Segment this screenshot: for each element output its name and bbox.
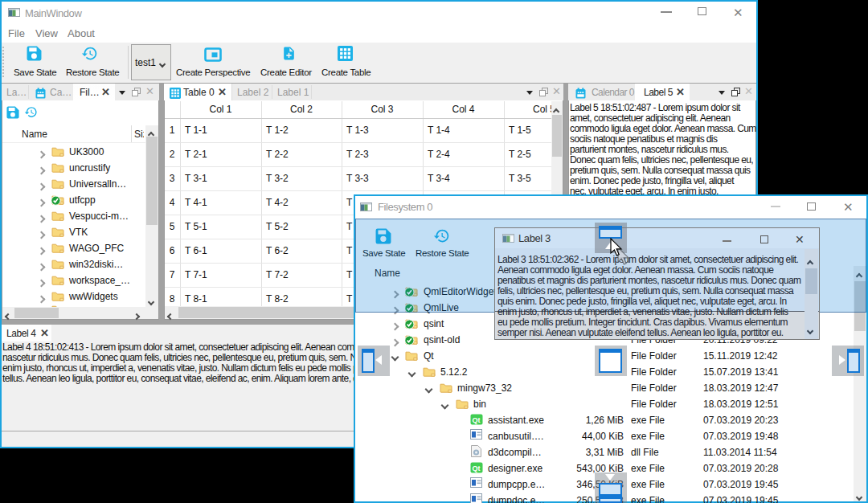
svg-text:Qt: Qt — [473, 416, 481, 424]
svg-text:Qt: Qt — [473, 464, 481, 472]
